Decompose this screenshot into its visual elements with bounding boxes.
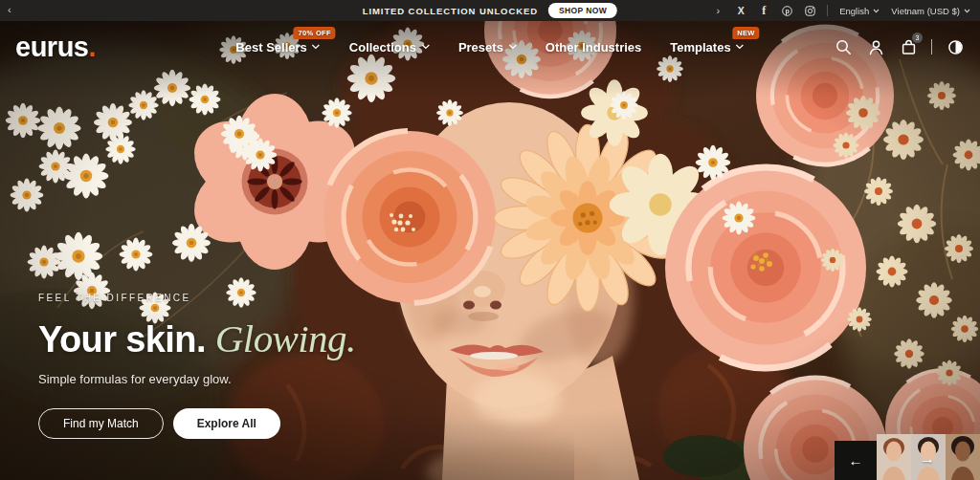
slideshow-controls: ← → [835,434,980,480]
chevron-down-icon [508,44,517,50]
country-currency-label: Vietnam (USD $) [891,6,960,16]
announcement-prev-icon[interactable]: ‹ [8,4,11,15]
search-icon[interactable] [834,37,853,56]
chevron-down-icon [736,44,745,50]
pinterest-icon[interactable]: p [781,5,792,16]
x-icon[interactable]: X [735,5,746,16]
announcement-right: › X f p English Vietnam (USD $) [717,0,970,21]
country-currency-selector[interactable]: Vietnam (USD $) [891,6,970,16]
hero-buttons: Find my Match Explore All [38,408,356,439]
account-icon[interactable] [866,37,885,56]
carousel-prev-button[interactable]: ← [835,441,877,480]
hero-section: eurus. 70% OFF Best Sellers Collections … [0,21,980,480]
nav-templates[interactable]: NEW Templates [670,40,744,55]
carousel-thumbnail-1[interactable] [877,434,911,480]
language-selector[interactable]: English [839,6,880,16]
nav-label: Templates [670,40,730,55]
nav-collections[interactable]: Collections [349,40,430,55]
explore-all-button[interactable]: Explore All [173,408,280,439]
hero-subtitle: Simple formulas for everyday glow. [38,372,356,386]
hero-eyebrow: FEEL THE DIFFERENCE [38,293,356,303]
main-nav: 70% OFF Best Sellers Collections Presets… [235,40,744,55]
logo-dot: . [88,32,96,62]
nav-label: Presets [458,40,503,55]
announcement-center: LIMITED COLLECTION UNLOCKED SHOP NOW [363,0,617,21]
instagram-icon[interactable] [804,5,815,16]
cart-count-badge: 3 [912,33,923,43]
chevron-down-icon [421,44,430,50]
discount-badge: 70% OFF [294,27,336,39]
carousel-next-button[interactable]: → [920,450,935,468]
cart-icon[interactable]: 3 [899,37,918,56]
facebook-icon[interactable]: f [758,5,769,16]
carousel-thumbnail-3[interactable] [946,434,980,480]
logo-text: eurus [15,32,88,62]
divider [827,5,828,16]
hero-title-accent: Glowing. [215,316,356,360]
announcement-message: LIMITED COLLECTION UNLOCKED [363,6,538,16]
header-actions: 3 [834,37,965,56]
hero-title: Your skin. Glowing. [38,316,356,361]
logo[interactable]: eurus. [15,32,96,63]
divider [931,39,932,55]
chevron-down-icon [964,9,970,13]
svg-text:p: p [785,8,789,15]
chevron-down-icon [873,9,880,13]
chevron-down-icon [312,44,321,50]
nav-label: Best Sellers [235,40,306,55]
nav-label: Collections [349,40,416,55]
nav-other-industries[interactable]: Other Industries [546,40,641,55]
page: ‹ LIMITED COLLECTION UNLOCKED SHOP NOW ›… [0,0,980,480]
hero-title-main: Your skin. [38,319,206,360]
new-badge: NEW [732,27,759,39]
nav-best-sellers[interactable]: 70% OFF Best Sellers [235,40,320,55]
find-my-match-button[interactable]: Find my Match [38,408,164,439]
nav-presets[interactable]: Presets [458,40,517,55]
theme-toggle-icon[interactable] [946,37,965,56]
announcement-bar: ‹ LIMITED COLLECTION UNLOCKED SHOP NOW ›… [0,0,980,21]
shop-now-button[interactable]: SHOP NOW [548,3,617,18]
announcement-next-icon[interactable]: › [717,5,721,16]
hero-content: FEEL THE DIFFERENCE Your skin. Glowing. … [38,293,356,439]
nav-label: Other Industries [546,40,641,55]
language-label: English [839,6,869,16]
site-header: eurus. 70% OFF Best Sellers Collections … [0,21,980,73]
